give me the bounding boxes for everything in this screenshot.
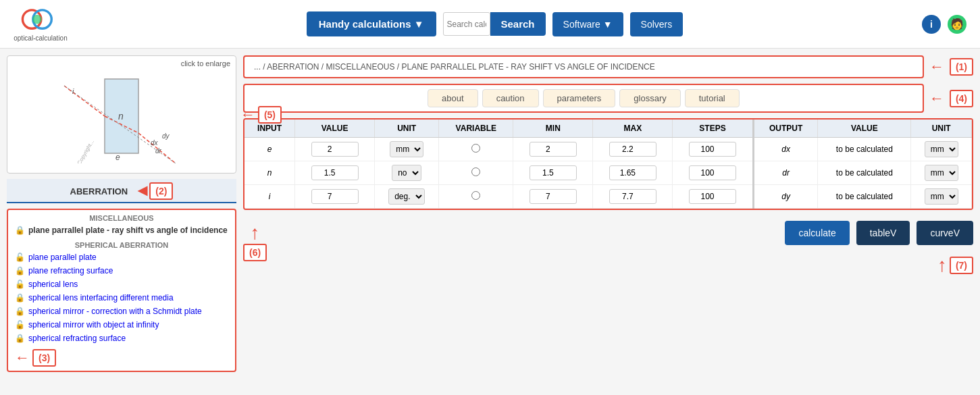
menu-section-misc: MISCELLANEOUS bbox=[8, 210, 235, 223]
calc-table-box: INPUT VALUE UNIT VARIABLE MIN MAX STEPS … bbox=[243, 118, 973, 210]
steps-n[interactable] bbox=[673, 161, 753, 185]
output-unit-select-dx[interactable]: mm bbox=[925, 141, 958, 157]
input-value-e[interactable] bbox=[295, 138, 375, 161]
arrow-5-icon: ← bbox=[240, 106, 255, 124]
value-input-i[interactable] bbox=[311, 189, 359, 204]
annotation-1: (1) bbox=[950, 58, 973, 76]
steps-i[interactable] bbox=[673, 185, 753, 209]
tableV-button[interactable]: tableV bbox=[856, 221, 910, 245]
input-label-i: i bbox=[244, 185, 295, 209]
annotation-4: (4) bbox=[950, 90, 973, 107]
output-unit-dr[interactable]: mm bbox=[911, 161, 972, 185]
radio-n[interactable] bbox=[471, 167, 480, 176]
th-min: MIN bbox=[513, 120, 593, 138]
link-plane-parallel-plate[interactable]: plane parallel plate bbox=[28, 253, 97, 262]
max-input-i[interactable] bbox=[609, 189, 656, 204]
unit-n[interactable]: no bbox=[375, 161, 439, 185]
unit-i[interactable]: deg. bbox=[375, 185, 439, 209]
header-center: Handy calculations ▼ Search Software ▼ S… bbox=[81, 11, 908, 36]
output-unit-dx[interactable]: mm bbox=[911, 138, 972, 161]
menu-item-spherical-lens[interactable]: 🔓 spherical lens bbox=[8, 278, 235, 291]
curveV-button[interactable]: curveV bbox=[917, 221, 973, 245]
value-input-n[interactable] bbox=[311, 165, 359, 180]
section-label-text: ABERRATION bbox=[70, 186, 128, 196]
link-spherical-mirror-infinity[interactable]: spherical mirror with object at infinity bbox=[28, 320, 159, 330]
unit-select-n[interactable]: no bbox=[392, 165, 421, 181]
input-value-n[interactable] bbox=[295, 161, 375, 185]
logo-image bbox=[20, 6, 61, 33]
max-input-e[interactable] bbox=[609, 142, 656, 157]
click-to-enlarge-label: click to enlarge bbox=[181, 59, 230, 68]
menu-item-spherical-mirror-infinity[interactable]: 🔓 spherical mirror with object at infini… bbox=[8, 318, 235, 332]
logo-text: optical-calculation bbox=[14, 34, 68, 42]
solvers-button[interactable]: Solvers bbox=[630, 12, 684, 36]
menu-item-plane-parallel-plate[interactable]: 🔓 plane parallel plate bbox=[8, 251, 235, 264]
lock-yellow-icon-3: 🔓 bbox=[15, 280, 25, 289]
variable-e[interactable] bbox=[439, 138, 513, 161]
diagram-box: click to enlarge n e i dx bbox=[7, 55, 236, 174]
table-row: e mm dx to be calculated bbox=[244, 138, 972, 161]
output-unit-dy[interactable]: mm bbox=[911, 185, 972, 209]
breadcrumb-row: ... / ABERRATION / MISCELLANEOUS / PLANE… bbox=[243, 55, 973, 78]
link-spherical-lens[interactable]: spherical lens bbox=[28, 280, 78, 289]
radio-i[interactable] bbox=[471, 191, 480, 200]
steps-input-n[interactable] bbox=[689, 165, 736, 180]
tab-glossary[interactable]: glossary bbox=[619, 89, 680, 107]
min-input-i[interactable] bbox=[530, 189, 577, 204]
unit-select-i[interactable]: deg. bbox=[388, 188, 425, 205]
lock-red-icon: 🔒 bbox=[15, 226, 25, 235]
search-button[interactable]: Search bbox=[490, 12, 546, 36]
software-button[interactable]: Software ▼ bbox=[552, 12, 623, 36]
menu-item-spherical-refracting[interactable]: 🔒 spherical refracting surface bbox=[8, 332, 235, 345]
link-spherical-refracting[interactable]: spherical refracting surface bbox=[28, 334, 126, 343]
output-value-dy: to be calculated bbox=[818, 185, 911, 209]
link-spherical-lens-interfacing[interactable]: spherical lens interfacing different med… bbox=[28, 293, 174, 302]
max-i[interactable] bbox=[593, 185, 673, 209]
svg-point-2 bbox=[32, 15, 42, 24]
unit-select-e[interactable]: mm bbox=[390, 141, 423, 157]
output-label-dr: dr bbox=[753, 161, 818, 185]
calc-table: INPUT VALUE UNIT VARIABLE MIN MAX STEPS … bbox=[244, 120, 972, 209]
lock-red-icon-7: 🔒 bbox=[15, 334, 25, 343]
section-label: ABERRATION ◀ (2) bbox=[7, 179, 236, 203]
menu-item-spherical-mirror-schmidt[interactable]: 🔒 spherical mirror - correction with a S… bbox=[8, 305, 235, 318]
min-e[interactable] bbox=[513, 138, 593, 161]
radio-e[interactable] bbox=[471, 144, 480, 153]
value-input-e[interactable] bbox=[311, 142, 359, 157]
min-n[interactable] bbox=[513, 161, 593, 185]
menu-item-plane-refracting[interactable]: 🔒 plane refracting surface bbox=[8, 264, 235, 278]
input-value-i[interactable] bbox=[295, 185, 375, 209]
tab-about[interactable]: about bbox=[428, 89, 478, 107]
max-e[interactable] bbox=[593, 138, 673, 161]
tab-caution[interactable]: caution bbox=[482, 89, 539, 107]
search-input[interactable] bbox=[443, 12, 490, 36]
tab-tutorial[interactable]: tutorial bbox=[685, 89, 740, 107]
min-input-n[interactable] bbox=[530, 165, 577, 180]
unit-e[interactable]: mm bbox=[375, 138, 439, 161]
steps-e[interactable] bbox=[673, 138, 753, 161]
min-i[interactable] bbox=[513, 185, 593, 209]
handy-calculations-button[interactable]: Handy calculations ▼ bbox=[307, 11, 436, 36]
max-input-n[interactable] bbox=[609, 165, 656, 180]
output-unit-select-dr[interactable]: mm bbox=[925, 165, 958, 181]
tab-parameters[interactable]: parameters bbox=[543, 89, 616, 107]
output-unit-select-dy[interactable]: mm bbox=[925, 188, 958, 205]
link-spherical-mirror-schmidt[interactable]: spherical mirror - correction with a Sch… bbox=[28, 307, 202, 316]
steps-input-i[interactable] bbox=[689, 189, 736, 204]
info-icon[interactable]: i bbox=[922, 15, 941, 34]
output-label-dy: dy bbox=[753, 185, 818, 209]
variable-n[interactable] bbox=[439, 161, 513, 185]
calculate-button[interactable]: calculate bbox=[785, 221, 849, 245]
output-label-dx: dx bbox=[753, 138, 818, 161]
steps-input-e[interactable] bbox=[689, 142, 736, 157]
logo: optical-calculation bbox=[14, 6, 68, 42]
min-input-e[interactable] bbox=[530, 142, 577, 157]
variable-i[interactable] bbox=[439, 185, 513, 209]
svg-text:i: i bbox=[72, 87, 74, 95]
menu-item-plane-parallel-active[interactable]: 🔒 plane parrallel plate - ray shift vs a… bbox=[8, 223, 235, 237]
menu-item-spherical-lens-interfacing[interactable]: 🔒 spherical lens interfacing different m… bbox=[8, 291, 235, 305]
max-n[interactable] bbox=[593, 161, 673, 185]
user-icon[interactable]: 🧑 bbox=[948, 15, 966, 34]
link-plane-refracting[interactable]: plane refracting surface bbox=[28, 266, 113, 275]
annotation-6-area: ↑ (6) bbox=[243, 215, 267, 261]
